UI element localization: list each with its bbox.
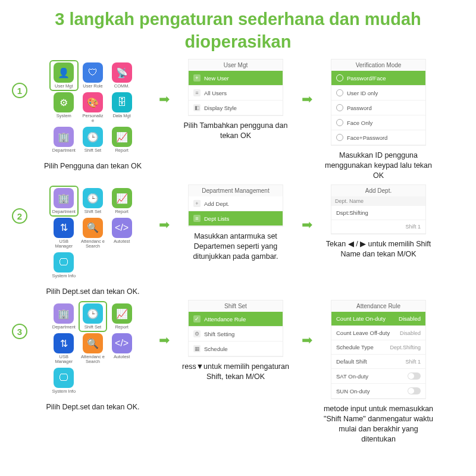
app-autotest[interactable]: </>Autotest: [108, 217, 135, 250]
app-shift-set[interactable]: 🕒Shift Set: [80, 302, 107, 331]
app-label: Department: [52, 148, 76, 153]
arrow-right-icon: ➡: [301, 333, 313, 348]
radio-option[interactable]: Password/Face: [331, 71, 425, 86]
autotest-icon: </>: [112, 218, 132, 238]
settings-value: Disabled: [400, 330, 421, 336]
department-icon: 🏢: [54, 127, 74, 147]
settings-row[interactable]: Count Leave Off-dutyDisabled: [331, 326, 425, 340]
settings-row[interactable]: SUN On-duty: [331, 384, 425, 399]
report-icon: 📈: [112, 188, 132, 208]
app-shift-set[interactable]: 🕒Shift Set: [80, 187, 107, 215]
menu-item[interactable]: ⚙Shift Setting: [189, 327, 283, 342]
app-attendanc-e-search[interactable]: 🔍Attendanc e Search: [80, 332, 107, 365]
toggle-switch[interactable]: [408, 372, 421, 380]
shift-set-icon: 🕒: [83, 188, 103, 208]
menu-item-icon: ⚙: [193, 330, 201, 337]
menu-item-label: Attendance Rule: [204, 316, 246, 322]
user-role-icon: 🛡: [83, 62, 103, 83]
app-label: COMM.: [114, 84, 130, 89]
radio-label: User ID only: [347, 90, 378, 96]
menu-item[interactable]: ≡Dept Lists: [189, 211, 283, 226]
settings-row[interactable]: Dspt:Shifting: [331, 206, 425, 220]
app-label: Data Mgt: [112, 114, 130, 118]
menu-item-icon: ▦: [193, 345, 201, 352]
settings-row[interactable]: Default ShiftShift 1: [331, 355, 425, 369]
radio-option[interactable]: User ID only: [331, 86, 425, 101]
radio-option[interactable]: Password: [331, 101, 425, 115]
step-panel-b: User Mgt+New User≡All Users◧Display Styl…: [176, 59, 295, 141]
app-comm-[interactable]: 📡COMM.: [108, 61, 135, 90]
menu-item[interactable]: ✓Attendance Rule: [189, 312, 283, 327]
settings-row[interactable]: Shift 1: [331, 220, 425, 234]
panel-subheading: Dept. Name: [331, 196, 425, 206]
page-title: 3 langkah pengaturan sederhana dan mudah…: [0, 0, 476, 59]
radio-option[interactable]: Face Only: [331, 115, 425, 130]
step-panel-a: 👤User Mgt🛡User Role📡COMM.⚙System🎨Persona…: [33, 59, 152, 171]
menu-item[interactable]: ◧Display Style: [189, 101, 283, 115]
app-label: USB Manager: [52, 239, 76, 249]
step-panel-c: Attendance RuleCount Late On-dutyDisable…: [319, 300, 438, 444]
arrow-right-icon: ➡: [301, 92, 313, 107]
step-caption: Pilih Dept.set dan tekan OK.: [43, 402, 142, 412]
app-report[interactable]: 📈Report: [108, 187, 135, 215]
step-row: 2🏢Department🕒Shift Set📈Report⇅USB Manage…: [12, 184, 464, 296]
app-attendanc-e-search[interactable]: 🔍Attendanc e Search: [80, 217, 107, 250]
app-usb-manager[interactable]: ⇅USB Manager: [51, 332, 77, 365]
panel-title: Verification Mode: [331, 60, 425, 71]
app-department[interactable]: 🏢Department: [51, 126, 77, 154]
user-mgt-icon: 👤: [54, 62, 74, 83]
menu-item-label: Display Style: [204, 105, 237, 111]
app-system[interactable]: ⚙System: [51, 91, 77, 124]
panel-title: Shift Set: [189, 300, 283, 312]
settings-row[interactable]: SAT On-duty: [331, 369, 425, 384]
radio-label: Face+Password: [347, 134, 387, 141]
menu-item-label: Dept Lists: [204, 215, 229, 222]
step-number-badge: 2: [12, 208, 27, 224]
radio-option[interactable]: Face+Password: [331, 130, 425, 145]
arrow-right-icon: ➡: [158, 217, 170, 233]
app-system-info[interactable]: 🖵System Info: [51, 367, 77, 395]
menu-item-label: New User: [204, 75, 229, 82]
system-info-icon: 🖵: [54, 252, 74, 273]
autotest-icon: </>: [112, 333, 132, 353]
panel-title: Department Management: [189, 185, 283, 196]
app-system-info[interactable]: 🖵System Info: [51, 251, 77, 280]
menu-item[interactable]: +New User: [189, 71, 283, 86]
app-autotest[interactable]: </>Autotest: [108, 332, 135, 365]
arrow-right-icon: ➡: [301, 217, 313, 233]
app-data-mgt[interactable]: 🗄Data Mgt: [108, 91, 135, 124]
settings-key: Count Leave Off-duty: [336, 330, 390, 336]
app-personaliz-e[interactable]: 🎨Personaliz e: [80, 91, 107, 124]
home-menu-grid: 👤User Mgt🛡User Role📡COMM.⚙System🎨Persona…: [48, 59, 137, 156]
toggle-switch[interactable]: [408, 387, 421, 394]
report-icon: 📈: [112, 127, 132, 147]
settings-row[interactable]: Schedule TypeDept.Shifting: [331, 340, 425, 355]
app-user-mgt[interactable]: 👤User Mgt: [51, 61, 77, 90]
report-icon: 📈: [112, 303, 132, 324]
menu-item[interactable]: ▦Schedule: [189, 342, 283, 356]
usb-manager-icon: ⇅: [54, 218, 74, 238]
step-panel-c: Add Dept.Dept. NameDspt:ShiftingShift 1T…: [319, 184, 438, 259]
menu-item-icon: ≡: [193, 215, 201, 222]
settings-key: SUN On-duty: [336, 388, 370, 394]
list-panel: Attendance RuleCount Late On-dutyDisable…: [331, 300, 426, 399]
menu-item-icon: ≡: [193, 89, 201, 96]
menu-item[interactable]: ≡All Users: [189, 86, 283, 101]
settings-row[interactable]: Count Late On-dutyDisabled: [331, 312, 425, 326]
list-panel: Shift Set✓Attendance Rule⚙Shift Setting▦…: [188, 300, 283, 357]
app-label: Shift Set: [84, 148, 101, 153]
step-caption: Masukkan ID pengguna menggunakan keypad …: [319, 151, 438, 181]
menu-item[interactable]: +Add Dept.: [189, 196, 283, 211]
menu-item-label: Add Dept.: [204, 201, 229, 207]
system-info-icon: 🖵: [54, 368, 74, 388]
app-usb-manager[interactable]: ⇅USB Manager: [51, 217, 77, 250]
app-department[interactable]: 🏢Department: [51, 302, 77, 331]
app-label: System Info: [52, 274, 76, 278]
app-report[interactable]: 📈Report: [108, 302, 135, 331]
app-shift-set[interactable]: 🕒Shift Set: [80, 126, 107, 154]
app-department[interactable]: 🏢Department: [51, 187, 77, 215]
department-icon: 🏢: [54, 303, 74, 324]
app-user-role[interactable]: 🛡User Role: [80, 61, 107, 90]
app-report[interactable]: 📈Report: [108, 126, 135, 154]
app-label: System: [57, 114, 71, 118]
